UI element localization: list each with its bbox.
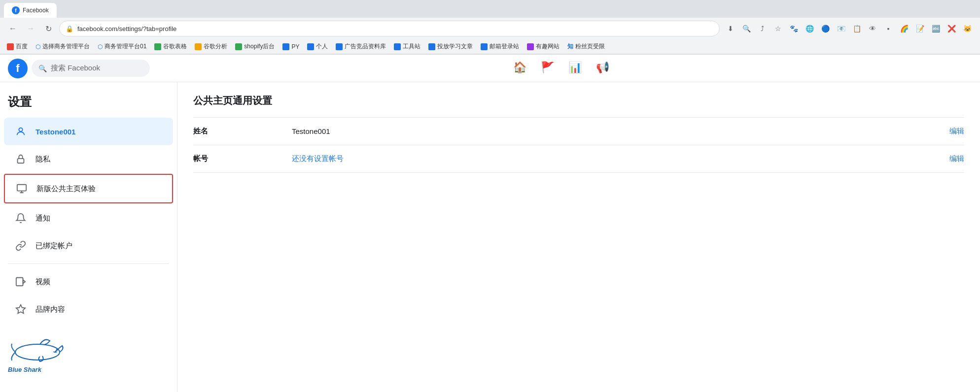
svg-rect-3 [16, 278, 23, 286]
bookmark-icon [336, 43, 343, 50]
extension-button-12[interactable]: 🐱 [960, 22, 974, 35]
sidebar-item-profile[interactable]: Testone001 [4, 118, 173, 145]
svg-point-0 [19, 128, 22, 131]
bookmark-label: 粉丝页受限 [575, 42, 605, 51]
bookmark-fans-page[interactable]: 知 粉丝页受限 [564, 41, 608, 52]
address-bar[interactable]: 🔒 facebook.com/settings/?tab=profile [59, 21, 720, 36]
page-title: 公共主页通用设置 [193, 94, 964, 107]
sidebar-item-new-page[interactable]: 新版公共主页体验 [4, 174, 173, 203]
bookmark-ads-library[interactable]: 广告竞品资料库 [333, 41, 389, 52]
bookmark-label: shopify后台 [244, 42, 275, 51]
settings-row-account: 帐号 还没有设置帐号 编辑 [193, 145, 964, 173]
name-value: Testone001 [292, 127, 949, 135]
forward-button[interactable]: → [24, 22, 37, 35]
lock-icon: 🔒 [66, 25, 73, 33]
video-icon [12, 273, 30, 291]
link-icon [12, 237, 30, 255]
bookmark-py[interactable]: PY [280, 42, 302, 51]
bookmark-label: 广告竞品资料库 [345, 42, 386, 51]
nav-bar: ← → ↻ 🔒 facebook.com/settings/?tab=profi… [0, 18, 980, 39]
extension-button-5[interactable]: 📋 [850, 22, 864, 35]
bookmark-personal[interactable]: 个人 [304, 41, 331, 52]
extension-button-11[interactable]: ❌ [945, 22, 958, 35]
name-edit-button[interactable]: 编辑 [949, 127, 964, 136]
sidebar-item-privacy[interactable]: 隐私 [4, 145, 173, 173]
facebook-logo[interactable]: f [8, 59, 28, 78]
settings-row-name: 姓名 Testone001 编辑 [193, 118, 964, 145]
search-placeholder: 搜索 Facebook [51, 64, 100, 73]
bookmark-label: 谷歌表格 [163, 42, 187, 51]
svg-point-7 [56, 349, 58, 351]
svg-marker-4 [23, 280, 26, 283]
sidebar-item-video[interactable]: 视频 [4, 268, 173, 295]
meta-icon: ⬡ [35, 43, 40, 50]
url-text: facebook.com/settings/?tab=profile [77, 25, 713, 33]
search-icon: 🔍 [38, 65, 47, 72]
sidebar-item-label-video: 视频 [35, 277, 50, 287]
ads-nav-icon[interactable]: 📢 [591, 57, 614, 80]
new-page-icon [13, 180, 31, 197]
download-button[interactable]: ⬇ [724, 22, 737, 35]
extension-button-7[interactable]: ▪ [881, 22, 895, 35]
bookmark-shopify[interactable]: shopify后台 [232, 41, 278, 52]
reload-button[interactable]: ↻ [41, 22, 55, 35]
extension-button-9[interactable]: 📝 [913, 22, 927, 35]
bookmark-fun-sites[interactable]: 有趣网站 [524, 41, 562, 52]
bookmark-tools[interactable]: 工具站 [391, 41, 423, 52]
bookmark-icon [195, 43, 202, 50]
zoom-button[interactable]: 🔍 [739, 22, 753, 35]
sidebar-item-linked-accounts[interactable]: 已绑定帐户 [4, 232, 173, 260]
bookmark-sheets[interactable]: 谷歌表格 [151, 41, 190, 52]
bookmark-articles[interactable]: 投放学习文章 [425, 41, 476, 52]
bookmark-icon [307, 43, 314, 50]
sidebar-item-notifications[interactable]: 通知 [4, 204, 173, 232]
share-button[interactable]: ⤴ [755, 22, 769, 35]
facebook-content: 公共主页通用设置 姓名 Testone001 编辑 帐号 还没有设置帐号 编辑 [177, 82, 980, 392]
bookmark-platform01[interactable]: ⬡ 商务管理平台01 [95, 41, 149, 52]
nav-actions: ⬇ 🔍 ⤴ ☆ 🐾 🌐 🔵 📧 📋 👁 ▪ 🌈 📝 🔤 ❌ 🐱 [724, 22, 974, 35]
sidebar-item-label-profile: Testone001 [35, 128, 75, 136]
facebook-app: f 🔍 搜索 Facebook 🏠 🚩 📊 📢 设置 [0, 55, 980, 392]
bookmark-label: PY [291, 43, 299, 50]
shark-svg [8, 335, 67, 366]
extension-button-8[interactable]: 🌈 [897, 22, 911, 35]
facebook-nav-center: 🏠 🚩 📊 📢 [150, 57, 972, 80]
pages-nav-icon[interactable]: 🚩 [535, 57, 559, 80]
extension-button-10[interactable]: 🔤 [929, 22, 943, 35]
blue-shark-logo-area: Blue Shark [0, 323, 177, 377]
extension-button-1[interactable]: 🐾 [787, 22, 801, 35]
account-edit-button[interactable]: 编辑 [949, 154, 964, 163]
bookmark-label: 投放学习文章 [437, 42, 473, 51]
extension-button-2[interactable]: 🌐 [803, 22, 816, 35]
extension-button-6[interactable]: 👁 [866, 22, 879, 35]
sidebar-divider [8, 263, 169, 264]
bookmark-button[interactable]: ☆ [771, 22, 785, 35]
sidebar-item-label-linked: 已绑定帐户 [35, 241, 72, 251]
account-label: 帐号 [193, 154, 292, 163]
profile-icon [12, 123, 30, 140]
facebook-search[interactable]: 🔍 搜索 Facebook [32, 60, 150, 77]
extension-button-4[interactable]: 📧 [834, 22, 848, 35]
tab-bar: f Facebook [0, 0, 980, 18]
bookmark-analytics[interactable]: 谷歌分析 [192, 41, 230, 52]
account-value: 还没有设置帐号 [292, 154, 949, 163]
sidebar-item-brand-content[interactable]: 品牌内容 [4, 295, 173, 323]
bookmark-label: 选择商务管理平台 [42, 42, 90, 51]
blue-shark-text: Blue Shark [8, 366, 41, 373]
notification-icon [12, 209, 30, 227]
bookmark-label: 商务管理平台01 [105, 42, 146, 51]
sidebar-item-label-new-page: 新版公共主页体验 [36, 184, 96, 194]
bookmark-select-platform[interactable]: ⬡ 选择商务管理平台 [33, 41, 93, 52]
bookmark-email[interactable]: 邮箱登录站 [478, 41, 522, 52]
facebook-topnav: f 🔍 搜索 Facebook 🏠 🚩 📊 📢 [0, 55, 980, 82]
home-nav-icon[interactable]: 🏠 [508, 57, 531, 80]
active-tab[interactable]: f Facebook [4, 3, 57, 18]
meta-icon-2: ⬡ [98, 43, 103, 50]
bookmark-baidu[interactable]: 百度 [4, 41, 31, 52]
bookmark-icon [527, 43, 534, 50]
marketplace-nav-icon[interactable]: 📊 [563, 57, 587, 80]
svg-marker-5 [16, 305, 25, 313]
bookmark-icon [428, 43, 435, 50]
extension-button-3[interactable]: 🔵 [818, 22, 832, 35]
back-button[interactable]: ← [6, 22, 20, 35]
